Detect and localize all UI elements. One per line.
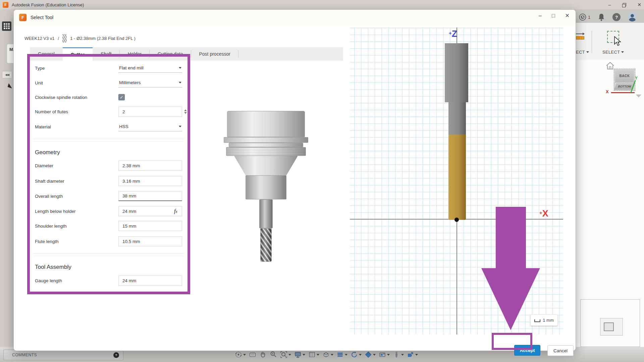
help-icon[interactable]: ?	[612, 13, 621, 21]
coolant-icon	[407, 351, 414, 358]
coolant-button[interactable]	[407, 351, 418, 358]
ribbon-separator	[592, 31, 592, 53]
overall-length-label: Overall length	[35, 194, 63, 199]
tool-profile-flute-section	[448, 134, 466, 220]
geometry-header: Geometry	[35, 149, 60, 156]
window-close-icon[interactable]: ✕	[637, 2, 641, 7]
tool-preview-grid[interactable]: +Z +X 1 mm	[350, 27, 563, 335]
app-grid-icon[interactable]	[2, 21, 11, 31]
right-app-strip	[576, 9, 644, 347]
shaft-diameter-label: Shaft diameter	[35, 179, 64, 184]
type-label: Type	[35, 66, 45, 71]
look-at-icon	[249, 351, 256, 358]
viewports-button[interactable]	[322, 351, 333, 358]
collapse-panel-button[interactable]: ◀◀	[2, 71, 12, 78]
os-titlebar: F Autodesk Fusion (Education License) – …	[0, 0, 644, 9]
select-menu[interactable]: SELECT	[602, 50, 624, 55]
dialog-maximize-icon[interactable]: □	[552, 13, 555, 19]
grid-scale-chip: 1 mm	[530, 314, 558, 326]
z-axis-label: +Z	[449, 29, 457, 39]
fusion-logo-icon: F	[3, 2, 8, 8]
simulate-rotate-button[interactable]	[351, 351, 362, 358]
flute-length-input[interactable]	[118, 236, 182, 246]
cancel-button[interactable]: Cancel	[547, 345, 574, 356]
unit-label: Unit	[35, 80, 43, 85]
fusion-dialog-logo-icon: F	[19, 14, 26, 21]
background-panel-remnant	[580, 299, 640, 347]
length-below-holder-input[interactable]	[118, 206, 182, 216]
tool-holder-render	[217, 111, 315, 263]
unit-dropdown[interactable]: Millimeters	[118, 78, 182, 87]
chevron-down-icon	[179, 82, 181, 83]
comments-bar[interactable]: COMMENTS +	[3, 350, 123, 360]
gauge-length-label: Gauge length	[35, 278, 62, 283]
user-avatar[interactable]	[628, 13, 637, 21]
job-status-indicator[interactable]: 1	[579, 13, 590, 21]
passes-stack-icon	[336, 351, 344, 358]
annotation-accept-highlight	[492, 333, 532, 350]
tool-button[interactable]	[393, 351, 404, 358]
browser-arrow-icon[interactable]	[7, 83, 13, 88]
add-comment-icon[interactable]: +	[113, 352, 119, 358]
breadcrumb-separator: /	[58, 36, 59, 41]
type-dropdown[interactable]: Flat end mill	[118, 63, 182, 73]
dialog-minimize-icon[interactable]: –	[539, 13, 542, 19]
pan-button[interactable]	[259, 351, 267, 358]
viewcube-options-icon[interactable]	[636, 95, 641, 98]
shaft-diameter-input[interactable]	[118, 176, 182, 186]
viewports-cube-icon	[322, 351, 330, 358]
machine-button[interactable]	[379, 351, 390, 358]
number-of-flutes-input[interactable]	[118, 107, 182, 117]
breadcrumb-tool-name: 1 - Ø2.38mm (2.38 Flat End 2FL )	[70, 36, 136, 41]
grids-snaps-button[interactable]	[308, 351, 319, 358]
fit-icon	[280, 351, 287, 358]
breadcrumb: WEEK12 V3 v1 / 1 - Ø2.38mm (2.38 Flat En…	[24, 34, 136, 43]
dialog-close-icon[interactable]: ✕	[565, 12, 570, 19]
left-app-strip: MA ◀◀	[0, 9, 13, 347]
shoulder-length-input[interactable]	[118, 221, 182, 231]
tool-bit-icon	[393, 351, 400, 358]
machine-icon	[379, 351, 386, 358]
shoulder-length-label: Shoulder length	[35, 224, 67, 229]
home-view-icon[interactable]	[605, 61, 615, 70]
scale-label: 1 mm	[543, 318, 554, 323]
passes-button[interactable]	[336, 351, 347, 358]
fit-button[interactable]	[280, 351, 291, 358]
tool-assembly-header: Tool Assembly	[35, 264, 71, 270]
fx-expression-icon[interactable]: fx	[174, 208, 177, 214]
clock-icon	[579, 13, 587, 21]
clockwise-rotation-label: Clockwise spindle rotation	[35, 95, 87, 100]
panel-remnant-icon	[604, 322, 614, 331]
overall-length-input[interactable]	[118, 191, 182, 201]
flutes-stepper[interactable]	[184, 110, 187, 114]
dialog-titlebar[interactable]: F Select Tool – □ ✕	[14, 10, 576, 25]
chevron-down-icon	[179, 126, 181, 127]
viewcube-back-face[interactable]: BACK	[615, 70, 634, 82]
diameter-input[interactable]	[118, 161, 182, 171]
pan-hand-icon	[259, 351, 267, 358]
material-dropdown[interactable]: HSS	[118, 122, 182, 131]
window-title: Autodesk Fusion (Education License)	[12, 2, 84, 7]
tab-post-processor[interactable]: Post processor	[191, 47, 238, 61]
scale-bracket-icon	[534, 319, 540, 322]
tool-profile-shaft-section	[448, 102, 466, 134]
measure-icon[interactable]	[574, 33, 586, 40]
number-of-flutes-label: Number of flutes	[35, 109, 68, 114]
window-restore-icon[interactable]	[622, 3, 626, 7]
notifications-bell-icon[interactable]	[598, 13, 605, 21]
zoom-button[interactable]	[270, 351, 277, 358]
display-settings-button[interactable]	[294, 351, 305, 358]
dialog-title: Select Tool	[31, 15, 53, 20]
display-settings-icon	[294, 351, 302, 358]
zoom-icon	[270, 351, 277, 358]
look-at-button[interactable]	[249, 351, 256, 358]
section-view-button[interactable]	[365, 351, 376, 358]
window-minimize-icon[interactable]: –	[608, 2, 611, 7]
clockwise-rotation-checkbox[interactable]: ✓	[118, 94, 125, 101]
orbit-button[interactable]	[235, 351, 246, 358]
diameter-label: Diameter	[35, 163, 53, 168]
gauge-length-input[interactable]	[118, 276, 182, 286]
tool-tip-origin-dot	[454, 218, 459, 222]
viewcube-y-label: Y	[635, 76, 638, 80]
cutter-form-annotation-box: Type Flat end mill Unit Millimeters Cloc…	[27, 54, 190, 294]
